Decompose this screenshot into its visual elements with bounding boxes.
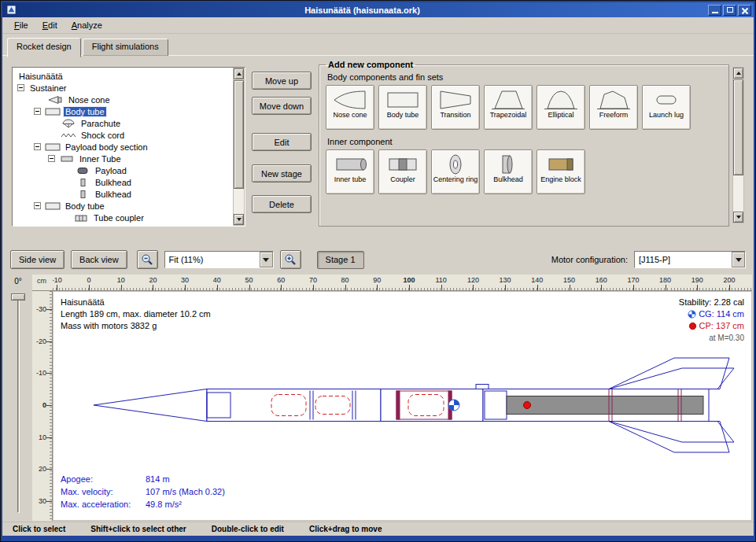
tab-flight-simulations[interactable]: Flight simulations bbox=[83, 39, 168, 56]
palette-bulkhead-button[interactable]: Bulkhead bbox=[484, 149, 533, 194]
scroll-down-button[interactable] bbox=[234, 214, 244, 225]
rotation-slider-track[interactable] bbox=[17, 295, 20, 513]
move-up-button[interactable]: Move up bbox=[252, 72, 312, 90]
palette-elliptical-button[interactable]: Elliptical bbox=[537, 85, 585, 130]
cp-marker bbox=[524, 402, 531, 409]
motor-configuration-value: [J115-P] bbox=[635, 255, 732, 264]
nose-cone-icon bbox=[48, 95, 64, 105]
tree-item-bulkhead[interactable]: Bulkhead bbox=[13, 188, 232, 200]
hint-double-click: Double-click to edit bbox=[212, 525, 284, 533]
zoom-out-button[interactable] bbox=[137, 250, 158, 269]
tree-item-nose-cone[interactable]: Nose cone bbox=[13, 94, 232, 105]
close-button[interactable] bbox=[738, 5, 751, 16]
tree-item-inner-tube[interactable]: Inner Tube bbox=[13, 153, 232, 164]
edit-button[interactable]: Edit bbox=[252, 133, 312, 151]
window-icon bbox=[6, 5, 17, 15]
component-tree-panel: Haisunäätä Sustainer Nose cone Body tube… bbox=[12, 67, 245, 227]
window-title: Haisunäätä (haisunaata.ork) bbox=[17, 6, 708, 15]
palette-freeform-button[interactable]: Freeform bbox=[589, 85, 638, 130]
bulkhead-icon bbox=[75, 190, 90, 199]
tree-item-bulkhead-3[interactable]: Bulkhead bbox=[13, 223, 232, 225]
menu-file[interactable]: File bbox=[7, 18, 35, 32]
cg-marker bbox=[448, 400, 459, 411]
ruler-unit: cm bbox=[32, 275, 53, 291]
titlebar[interactable]: Haisunäätä (haisunaata.ork) bbox=[2, 2, 754, 17]
tree-item-body-tube-2[interactable]: Body tube bbox=[13, 200, 232, 212]
collapse-handle-icon[interactable] bbox=[48, 155, 55, 162]
apogee-row: Apogee:814 m bbox=[61, 473, 225, 485]
chevron-down-icon bbox=[736, 258, 742, 262]
scrollbar-thumb[interactable] bbox=[234, 80, 244, 189]
rotation-slider-handle[interactable] bbox=[11, 293, 25, 300]
collapse-handle-icon[interactable] bbox=[34, 143, 41, 150]
dropdown-button[interactable] bbox=[732, 252, 745, 267]
inner-component-label: Inner component bbox=[327, 137, 722, 146]
scroll-up-button[interactable] bbox=[234, 68, 244, 79]
move-down-button[interactable]: Move down bbox=[252, 97, 312, 115]
parachute-icon bbox=[61, 119, 76, 128]
palette-body-tube-button[interactable]: Body tube bbox=[378, 85, 427, 130]
tree-item-sustainer[interactable]: Sustainer bbox=[13, 82, 232, 94]
hint-shift-click: Shift+click to select other bbox=[90, 525, 186, 533]
transition-icon bbox=[438, 88, 473, 112]
menu-analyze[interactable]: Analyze bbox=[65, 18, 109, 32]
tree-item-body-tube[interactable]: Body tube bbox=[13, 105, 232, 117]
palette-nose-cone-button[interactable]: Nose cone bbox=[326, 85, 374, 130]
maximize-button[interactable] bbox=[723, 5, 736, 16]
payload-icon bbox=[75, 166, 90, 175]
zoom-in-icon bbox=[284, 253, 297, 266]
motor-configuration-label: Motor configuration: bbox=[551, 255, 628, 264]
back-view-button[interactable]: Back view bbox=[71, 250, 127, 269]
collapse-handle-icon[interactable] bbox=[34, 202, 41, 209]
nose-cone-icon bbox=[333, 88, 367, 112]
side-view-button[interactable]: Side view bbox=[10, 250, 65, 269]
tree-item-parachute[interactable]: Parachute bbox=[13, 117, 232, 129]
tree-item-rocket[interactable]: Haisunäätä bbox=[13, 70, 232, 82]
stability-value: Stability: 2.28 cal bbox=[679, 297, 744, 308]
hint-click-select: Click to select bbox=[13, 525, 65, 533]
palette-launch-lug-button[interactable]: Launch lug bbox=[642, 85, 691, 130]
rocket-length: Length 189 cm, max. diameter 10.2 cm bbox=[61, 308, 211, 320]
body-components-row: Nose cone Body tube Transition Trapezoid… bbox=[326, 85, 722, 130]
tree-item-payload-body-section[interactable]: Payload body section bbox=[13, 141, 232, 153]
maximize-icon bbox=[727, 7, 733, 13]
arrow-down-icon bbox=[736, 216, 741, 219]
palette-inner-tube-button[interactable]: Inner tube bbox=[326, 149, 374, 194]
stage-1-toggle[interactable]: Stage 1 bbox=[317, 251, 364, 269]
arrow-up-icon bbox=[237, 72, 242, 76]
palette-transition-button[interactable]: Transition bbox=[431, 85, 480, 130]
inner-tube-icon bbox=[59, 154, 75, 164]
zoom-select[interactable]: Fit (11%) bbox=[164, 251, 274, 268]
palette-coupler-button[interactable]: Coupler bbox=[378, 149, 427, 194]
palette-engine-block-button[interactable]: Engine block bbox=[537, 149, 585, 194]
menu-edit[interactable]: Edit bbox=[35, 18, 65, 32]
delete-button[interactable]: Delete bbox=[252, 195, 312, 213]
palette-trapezoidal-button[interactable]: Trapezoidal bbox=[484, 85, 533, 130]
rocket-canvas[interactable]: Haisunäätä Length 189 cm, max. diameter … bbox=[53, 291, 752, 521]
scroll-down-button[interactable] bbox=[733, 212, 743, 223]
new-stage-button[interactable]: New stage bbox=[252, 164, 312, 183]
palette-scrollbar[interactable] bbox=[732, 67, 744, 223]
collapse-handle-icon[interactable] bbox=[17, 84, 24, 91]
tree-scrollbar[interactable] bbox=[233, 68, 245, 226]
minimize-icon bbox=[712, 12, 718, 13]
palette-centering-ring-button[interactable]: Centering ring bbox=[431, 149, 480, 194]
tree-item-payload[interactable]: Payload bbox=[13, 164, 232, 176]
tree-item-bulkhead[interactable]: Bulkhead bbox=[13, 176, 232, 188]
rocket-mass: Mass with motors 3832 g bbox=[61, 320, 211, 332]
bulkhead-icon bbox=[73, 225, 89, 226]
minimize-button[interactable] bbox=[708, 5, 721, 16]
bulkhead-icon bbox=[491, 153, 526, 176]
zoom-in-button[interactable] bbox=[280, 250, 301, 269]
cg-readout: CG: 114 cm bbox=[679, 308, 744, 320]
scroll-up-button[interactable] bbox=[733, 68, 743, 79]
scrollbar-thumb[interactable] bbox=[733, 79, 743, 175]
cp-icon bbox=[688, 322, 697, 330]
motor-configuration-select[interactable]: [J115-P] bbox=[634, 251, 746, 268]
tree-item-tube-coupler[interactable]: Tube coupler bbox=[13, 212, 232, 223]
dropdown-button[interactable] bbox=[260, 252, 273, 267]
tree-item-shock-cord[interactable]: Shock cord bbox=[13, 129, 232, 141]
trapezoidal-fin-icon bbox=[491, 88, 526, 112]
tab-rocket-design[interactable]: Rocket design bbox=[7, 38, 81, 57]
collapse-handle-icon[interactable] bbox=[34, 108, 41, 115]
